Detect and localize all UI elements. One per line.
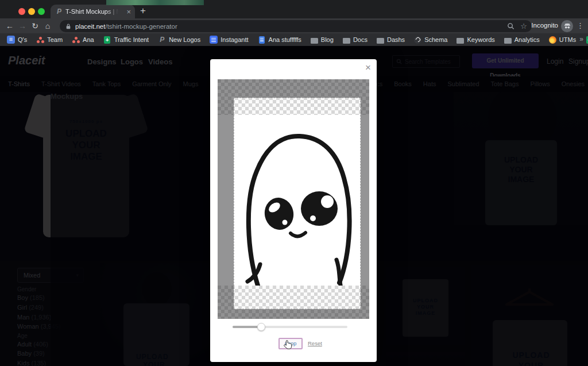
sheet-icon xyxy=(104,36,110,44)
bookmark-item[interactable]: UTMs xyxy=(549,36,576,44)
crop-selection[interactable] xyxy=(234,98,361,309)
desktop-wallpaper-sliver xyxy=(106,0,204,5)
browser-tab[interactable]: P T-Shirt Mockups | Mockup Ge × xyxy=(51,5,135,18)
incognito-label: Incognito xyxy=(531,22,558,29)
bookmark-star-icon[interactable]: ☆ xyxy=(520,22,527,30)
bookmark-item[interactable]: Traffic Intent xyxy=(103,36,149,44)
zoom-window-button[interactable] xyxy=(38,8,45,15)
forward-icon[interactable]: → xyxy=(16,21,29,30)
screen: P T-Shirt Mockups | Mockup Ge × + ← → ↻ … xyxy=(0,0,588,366)
bookmark-item[interactable]: Dashs xyxy=(377,36,405,44)
asana-icon xyxy=(36,36,44,44)
asana-icon xyxy=(72,36,80,44)
browser-titlebar: P T-Shirt Mockups | Mockup Ge × + xyxy=(0,0,588,18)
bookmark-item[interactable]: Analytics xyxy=(504,36,540,44)
tab-title: T-Shirt Mockups | Mockup Ge xyxy=(65,8,118,15)
sheet-icon xyxy=(586,36,588,44)
bookmark-item[interactable]: Keywords xyxy=(457,36,494,44)
reload-icon[interactable]: ↻ xyxy=(29,21,41,30)
folder-icon xyxy=(504,38,512,44)
lock-icon xyxy=(65,23,71,30)
new-tab-button[interactable]: + xyxy=(140,5,146,17)
browser-menu-icon[interactable]: ⋮ xyxy=(577,21,584,30)
folder-icon xyxy=(343,38,350,44)
hand-cursor-icon xyxy=(284,340,292,349)
tab-close-icon[interactable]: × xyxy=(126,8,131,16)
bookmark-item[interactable]: New Logos xyxy=(158,36,200,44)
search-icon[interactable] xyxy=(507,22,514,30)
crop-shade xyxy=(218,309,369,319)
fire-icon xyxy=(549,36,556,44)
bookmark-item[interactable]: Schema xyxy=(414,36,447,44)
minimize-window-button[interactable] xyxy=(28,8,35,15)
crop-shade xyxy=(361,98,369,309)
reset-link[interactable]: Reset xyxy=(308,340,322,346)
placeit-favicon-icon: P xyxy=(57,7,61,16)
home-icon[interactable]: ⌂ xyxy=(41,21,54,30)
folder-icon xyxy=(311,38,318,44)
bookmark-item[interactable]: Events xyxy=(585,36,588,44)
back-icon[interactable]: ← xyxy=(3,21,16,30)
bookmarks-overflow-icon[interactable]: » xyxy=(579,35,583,43)
bookmarks-bar: Q's Team Ana Traffic Intent New Logos In… xyxy=(0,33,588,46)
bookmark-item[interactable]: Ana xyxy=(72,36,94,44)
incognito-icon xyxy=(561,20,573,32)
crop-shade xyxy=(218,79,369,98)
browser-toolbar: ← → ↻ ⌂ placeit.net/tshirt-mockup-genera… xyxy=(0,18,588,33)
bookmark-item[interactable]: Docs xyxy=(343,36,368,44)
close-icon[interactable]: × xyxy=(365,63,371,72)
list-icon xyxy=(7,36,15,44)
bookmark-item[interactable]: Blog xyxy=(311,36,334,44)
crop-shade xyxy=(218,98,234,309)
placeit-icon xyxy=(158,36,166,44)
address-bar[interactable]: placeit.net/tshirt-mockup-generator ☆ xyxy=(60,20,532,32)
zoom-slider-handle[interactable] xyxy=(257,323,265,331)
gantt-icon xyxy=(210,36,218,44)
zoom-slider[interactable] xyxy=(233,326,347,328)
bookmark-item[interactable]: Q's xyxy=(7,36,27,44)
bookmark-item[interactable]: Ana stufffffs xyxy=(258,36,301,44)
crop-canvas[interactable] xyxy=(218,79,369,319)
globe-icon xyxy=(414,36,421,44)
close-window-button[interactable] xyxy=(18,8,25,15)
folder-icon xyxy=(457,38,464,44)
bookmark-item[interactable]: Instagantt xyxy=(210,36,248,44)
folder-icon xyxy=(377,38,384,44)
image-crop-modal: × xyxy=(210,59,377,362)
doc-icon xyxy=(259,36,265,44)
url-text: placeit.net/tshirt-mockup-generator xyxy=(75,23,177,30)
bookmark-item[interactable]: Team xyxy=(36,36,63,44)
